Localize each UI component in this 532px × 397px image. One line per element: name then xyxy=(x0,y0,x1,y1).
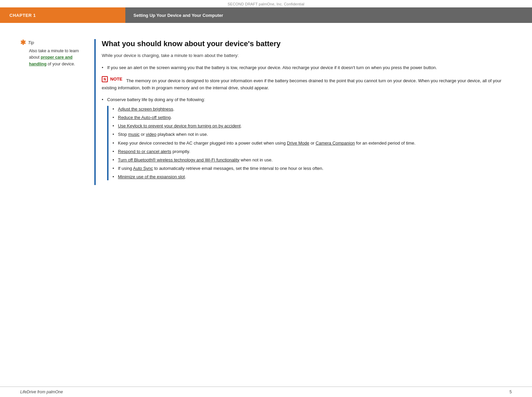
sub-bullet-4-before: Stop xyxy=(118,132,128,137)
sub-bullet-2: Reduce the Auto-off setting. xyxy=(113,114,512,121)
bullet-item-1: If you see an alert on the screen warnin… xyxy=(102,64,512,71)
section-title: What you should know about your device's… xyxy=(102,39,512,49)
footer-page: 5 xyxy=(509,390,512,394)
sub-bullet-9: Minimize use of the expansion slot. xyxy=(113,174,512,180)
section-inner: What you should know about your device's… xyxy=(94,39,512,180)
link-reduce-auto-off[interactable]: Reduce the Auto-off setting xyxy=(118,115,171,120)
section-intro: While your device is charging, take a mi… xyxy=(102,52,512,59)
link-minimize-expansion[interactable]: Minimize use of the expansion slot xyxy=(118,174,185,179)
link-respond-alerts[interactable]: Respond to or cancel alerts xyxy=(118,149,171,154)
note-block: N NOTE The memory on your device is desi… xyxy=(102,76,512,92)
bullet-list-conserve: Conserve battery life by doing any of th… xyxy=(102,96,512,180)
sub-bullet-8: If using Auto Sync to automatically retr… xyxy=(113,165,512,172)
link-use-keylock[interactable]: Use Keylock to prevent your device from … xyxy=(118,123,241,128)
sub-bullet-1: Adjust the screen brightness. xyxy=(113,106,512,113)
sub-bullet-3: Use Keylock to prevent your device from … xyxy=(113,123,512,129)
tip-text-after: of your device. xyxy=(46,62,75,66)
section-left-bar xyxy=(94,39,96,185)
sub-bullet-5-before: Keep your device connected to the AC cha… xyxy=(118,141,287,146)
svg-text:N: N xyxy=(103,78,106,81)
tip-label: Tip xyxy=(28,40,34,45)
footer-brand: LifeDrive from palmOne xyxy=(20,390,63,394)
bullet-1-text: If you see an alert on the screen warnin… xyxy=(107,65,437,70)
chapter-section-title-block: Setting Up Your Device and Your Computer xyxy=(125,7,532,23)
sub-bullet-8-before: If using xyxy=(118,166,133,171)
link-auto-sync[interactable]: Auto Sync xyxy=(133,166,153,171)
chapter-label-block: CHAPTER 1 xyxy=(0,7,125,23)
chapter-section-title: Setting Up Your Device and Your Computer xyxy=(133,13,223,18)
link-music[interactable]: music xyxy=(128,132,139,137)
chapter-header: CHAPTER 1 Setting Up Your Device and You… xyxy=(0,7,532,23)
main-content: ✱ Tip Also take a minute to learn about … xyxy=(0,23,532,205)
sub-bullet-6: Respond to or cancel alerts promptly. xyxy=(113,148,512,155)
note-icon: N NOTE xyxy=(102,76,122,83)
tip-text: Also take a minute to learn about proper… xyxy=(20,48,88,67)
link-adjust-brightness[interactable]: Adjust the screen brightness xyxy=(118,106,173,112)
sub-bullet-5: Keep your device connected to the AC cha… xyxy=(113,140,512,147)
bullet-2-text: Conserve battery life by doing any of th… xyxy=(107,97,205,102)
chapter-label: CHAPTER 1 xyxy=(9,13,36,18)
bullet-item-2: Conserve battery life by doing any of th… xyxy=(102,96,512,180)
link-drive-mode[interactable]: Drive Mode xyxy=(287,141,309,146)
footer: LifeDrive from palmOne 5 xyxy=(0,387,532,397)
sidebar: ✱ Tip Also take a minute to learn about … xyxy=(0,39,94,185)
tip-header: ✱ Tip xyxy=(20,39,88,46)
tip-asterisk-icon: ✱ xyxy=(20,39,26,46)
link-camera-companion[interactable]: Camera Companion xyxy=(316,141,355,146)
section-area: What you should know about your device's… xyxy=(94,39,532,185)
sub-bullet-4: Stop music or video playback when not in… xyxy=(113,131,512,138)
watermark: SECOND DRAFT palmOne, Inc. Confidential xyxy=(0,0,532,7)
bullet-list-main: If you see an alert on the screen warnin… xyxy=(102,64,512,71)
link-turn-off-bluetooth[interactable]: Turn off Bluetooth® wireless technology … xyxy=(118,157,240,162)
sub-bullet-list: Adjust the screen brightness. Reduce the… xyxy=(113,106,512,180)
sub-bullet-7: Turn off Bluetooth® wireless technology … xyxy=(113,157,512,163)
link-video[interactable]: video xyxy=(146,132,156,137)
tip-block: ✱ Tip Also take a minute to learn about … xyxy=(20,39,88,67)
note-text: The memory on your device is designed to… xyxy=(102,78,501,90)
